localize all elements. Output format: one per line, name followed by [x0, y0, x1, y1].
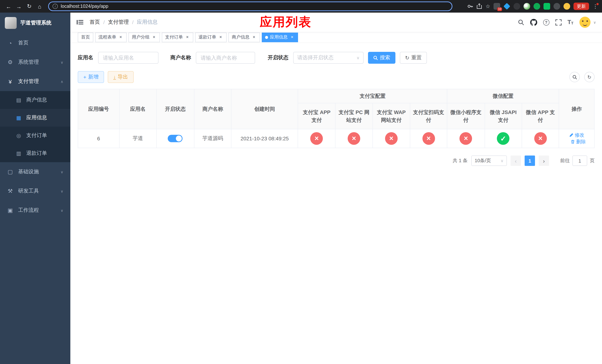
cell-status [156, 129, 194, 148]
tab-refund-order[interactable]: 退款订单 × [195, 32, 226, 42]
page-number-1[interactable]: 1 [525, 156, 535, 166]
sidebar-item-pay-order[interactable]: ◎ 支付订单 [0, 127, 70, 144]
extension-icon[interactable] [514, 3, 520, 10]
close-icon[interactable]: × [218, 35, 223, 40]
breadcrumb-home[interactable]: 首页 [90, 19, 100, 26]
extension-icon[interactable] [534, 3, 540, 10]
close-icon[interactable]: × [290, 35, 295, 40]
sidebar-item-label: 研发工具 [18, 188, 39, 194]
document-icon: ▥ [16, 150, 22, 156]
app-title: 芋道管理系统 [20, 20, 52, 26]
back-icon[interactable]: ← [4, 1, 13, 11]
tab-home[interactable]: 首页 [78, 32, 93, 42]
bookmark-star-icon[interactable]: ☆ [485, 3, 490, 9]
success-icon [497, 132, 509, 145]
close-icon[interactable]: × [118, 35, 123, 40]
help-icon[interactable]: ? [543, 19, 549, 25]
search-icon[interactable] [518, 19, 524, 25]
fail-icon [385, 132, 398, 145]
tab-label: 应用信息 [270, 34, 288, 40]
table-search-toggle-button[interactable] [570, 72, 580, 82]
sidebar-item-payment[interactable]: ¥ 支付管理 ∧ [0, 72, 70, 91]
next-page-button[interactable]: › [539, 156, 549, 166]
table-refresh-button[interactable]: ↻ [584, 72, 595, 82]
prev-page-button[interactable]: ‹ [511, 156, 521, 166]
col-alipay-pc: 支付宝 PC 网站支付 [335, 103, 373, 129]
page-title: 应用列表 [260, 14, 312, 31]
app-name-input[interactable] [98, 52, 159, 64]
share-icon[interactable] [477, 3, 482, 9]
status-toggle[interactable] [168, 135, 183, 142]
key-icon[interactable] [467, 3, 473, 9]
goto-page-input[interactable] [572, 156, 587, 166]
reload-icon[interactable]: ↻ [24, 1, 34, 11]
fail-icon [422, 132, 435, 145]
monitor-icon: ▢ [7, 169, 13, 175]
chevron-up-icon: ∧ [61, 79, 63, 84]
export-button[interactable]: ↓ 导出 [108, 71, 133, 83]
home-icon[interactable]: ⌂ [35, 1, 44, 11]
address-bar[interactable]: i localhost:1024/pay/app [48, 1, 452, 11]
delete-link[interactable]: 删除 [570, 139, 586, 145]
tab-pay-order[interactable]: 支付订单 × [162, 32, 193, 42]
cell-app-id: 6 [78, 129, 119, 148]
close-icon[interactable]: × [185, 35, 190, 40]
extension-icon[interactable] [524, 3, 530, 10]
sidebar-item-devtools[interactable]: ⚒ 研发工具 ∨ [0, 182, 70, 201]
tab-user-group[interactable]: 用户分组 × [129, 32, 160, 42]
table-row: 6 芋道 芋道源码 2021-10-23 08:49:25 [78, 129, 594, 148]
search-button[interactable]: 搜索 [368, 52, 395, 64]
sidebar-item-merchant-info[interactable]: ▤ 商户信息 [0, 91, 70, 109]
site-info-icon[interactable]: i [53, 4, 58, 9]
col-merchant: 商户名称 [194, 89, 231, 129]
breadcrumb-payment[interactable]: 支付管理 [108, 19, 129, 26]
edit-link[interactable]: 修改 [569, 132, 584, 139]
cell-wx-app [522, 129, 559, 148]
extension-icon[interactable] [553, 3, 560, 10]
forward-icon[interactable]: → [14, 1, 24, 11]
hamburger-icon[interactable] [76, 19, 84, 26]
status-label: 开启状态 [268, 54, 288, 61]
sidebar-item-home[interactable]: ◔ 首页 [0, 33, 70, 53]
tab-merchant-info[interactable]: 商户信息 × [228, 32, 260, 42]
fullscreen-icon[interactable] [555, 19, 562, 25]
browser-update-button[interactable]: 更新 [573, 3, 589, 10]
close-icon[interactable]: × [251, 35, 257, 40]
navbar-actions: ? TT ∨ [518, 17, 596, 28]
merchant-name-input[interactable] [196, 52, 255, 64]
reset-button[interactable]: ↻ 重置 [400, 52, 427, 64]
sidebar-item-infrastructure[interactable]: ▢ 基础设施 ∨ [0, 162, 70, 182]
github-icon[interactable] [530, 19, 537, 26]
user-avatar[interactable] [579, 17, 590, 28]
extension-icon[interactable]: 10 [494, 3, 500, 10]
tab-process-form[interactable]: 流程表单 × [95, 32, 127, 42]
sidebar-item-label: 支付管理 [18, 78, 39, 85]
sidebar-item-label: 工作流程 [18, 207, 39, 214]
sidebar-item-app-info[interactable]: ▦ 应用信息 [0, 109, 70, 127]
col-status: 开启状态 [156, 89, 194, 129]
sidebar-item-system[interactable]: ⚙ 系统管理 ∨ [0, 53, 70, 72]
extension-icon[interactable] [504, 3, 510, 10]
download-icon: ↓ [113, 75, 116, 80]
fail-icon [348, 132, 360, 145]
page-size-select[interactable]: 10条/页 ∨ [471, 156, 507, 166]
extension-icon[interactable] [563, 3, 570, 10]
extension-icon[interactable] [544, 3, 550, 10]
cell-merchant: 芋道源码 [194, 129, 231, 148]
close-icon[interactable]: × [151, 35, 157, 40]
cell-alipay-wap [373, 129, 410, 148]
col-alipay-wap: 支付宝 WAP 网站支付 [373, 103, 410, 129]
chevron-down-icon[interactable]: ∨ [593, 20, 596, 24]
sidebar-item-refund-order[interactable]: ▥ 退款订单 [0, 144, 70, 162]
cell-alipay-qr [410, 129, 447, 148]
sidebar-item-workflow[interactable]: ▣ 工作流程 ∨ [0, 201, 70, 220]
add-button[interactable]: + 新增 [78, 71, 104, 83]
browser-menu-icon[interactable]: ⋮ [592, 3, 598, 9]
pencil-icon [569, 133, 573, 137]
cell-created: 2021-10-23 08:49:25 [231, 129, 298, 148]
tab-app-info[interactable]: 应用信息 × [262, 32, 298, 42]
font-size-icon[interactable]: TT [568, 19, 573, 25]
status-select[interactable]: 请选择开启状态 ∨ [293, 52, 364, 64]
search-icon [572, 75, 577, 79]
dashboard-icon: ◔ [7, 40, 13, 46]
